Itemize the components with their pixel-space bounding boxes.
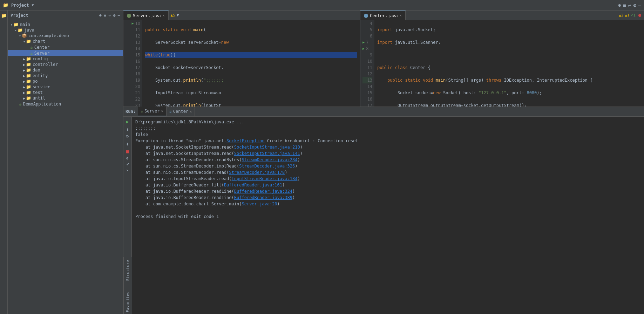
run-expand-btn[interactable]: ⤢ — [126, 162, 130, 167]
run-center-close[interactable]: × — [190, 110, 192, 114]
minimize-icon[interactable]: — — [638, 2, 641, 8]
run-reload-btn[interactable]: ⟳ — [125, 134, 130, 139]
arrow-main: ▾ — [11, 23, 13, 27]
center-tab-bar: Center.java × ▲2 ▲1 ✓1 — [360, 11, 644, 20]
run-close-btn[interactable]: ✕ — [126, 168, 129, 173]
at-link-4[interactable]: StreamDecoder.java:326 — [239, 164, 295, 169]
center-warning-count2: ▲1 — [625, 13, 630, 18]
project-panel: Project ⊕ ≡ ⇌ ⚙ — ▾ 📁 main ▾ 📁 ja — [8, 11, 123, 314]
tree-item-controller[interactable]: ▶ 📁 controller — [8, 62, 123, 67]
console-at-4: at sun.nio.cs.StreamDecoder.implRead(Str… — [135, 163, 640, 169]
tree-item-config[interactable]: ▶ 📁 config — [8, 56, 123, 62]
arrow-chart: ▾ — [23, 40, 25, 43]
arrow-test: ▶ — [23, 91, 25, 95]
folder-config-icon: 📁 — [26, 56, 31, 61]
project-icon: 📁 — [3, 2, 8, 8]
server-tab-close[interactable]: × — [162, 14, 164, 18]
tree-item-chart[interactable]: ▾ 📁 chart — [8, 39, 123, 44]
run-stop-btn[interactable]: ■ — [125, 148, 129, 155]
center-code-area[interactable]: 4 5 6 ▶7 ▶8 9 10 11 12 13 14 15 — [360, 20, 644, 107]
globe-icon[interactable]: ⊕ — [618, 2, 621, 8]
ph-icon5[interactable]: — — [118, 13, 120, 18]
run-play-btn[interactable]: ▶ — [125, 118, 129, 125]
package-icon: 📦 — [22, 33, 27, 38]
console-at-1: at java.net.SocketInputStream.read(Socke… — [135, 144, 640, 150]
exception-link[interactable]: SocketException — [226, 138, 264, 143]
console-at-8: at java.io.BufferedReader.readLine(Buffe… — [135, 188, 640, 194]
run-up-btn[interactable]: ↑ — [125, 126, 129, 133]
server-code-content[interactable]: public static void main( ServerSocket se… — [142, 20, 360, 107]
run-tab-center[interactable]: ☕ Center × — [167, 107, 195, 116]
at-link-6[interactable]: InputStreamReader.java:184 — [232, 176, 298, 181]
arrow-config: ▶ — [23, 57, 25, 61]
server-warning-icon: ▲5 — [171, 13, 175, 18]
folder-test-icon: 📁 — [26, 90, 31, 95]
structure-label[interactable]: Structure — [126, 259, 130, 282]
server-line-numbers: ▶10 11 12 13 14 15 16 17 18 19 20 21 — [128, 20, 142, 107]
at-link-10[interactable]: Server.java:20 — [242, 202, 277, 206]
run-server-icon: ☕ — [141, 109, 143, 114]
top-bar-icons: ⊕ ≡ ⇌ ⚙ — — [618, 2, 641, 8]
center-tab-icon — [364, 14, 368, 18]
console-line-false: false — [135, 131, 640, 138]
tree-item-service[interactable]: ▶ 📁 service — [8, 84, 123, 90]
bottom-content: ▶ ↑ ⟳ ↓ ■ ⚙ ⤢ ✕ D:\programfiles\jdk1.8Pa… — [123, 117, 644, 257]
arrow-dao: ▶ — [23, 68, 25, 72]
arrow-java: ▾ — [15, 28, 17, 32]
split-icon[interactable]: ⇌ — [628, 2, 631, 8]
at-link-3[interactable]: StreamDecoder.java:284 — [242, 157, 297, 162]
tree-item-package[interactable]: ▾ 📦 com.example.demo — [8, 33, 123, 39]
arrow-controller: ▶ — [23, 63, 25, 67]
tree-item-main[interactable]: ▾ 📁 main — [8, 22, 123, 27]
at-link-7[interactable]: BufferedReader.java:161 — [224, 183, 282, 187]
list-icon[interactable]: ≡ — [623, 2, 626, 8]
favorites-label[interactable]: Favorites — [126, 290, 130, 314]
center-red-dot — [638, 14, 641, 17]
run-server-close[interactable]: × — [161, 109, 163, 113]
ph-icon3[interactable]: ⇌ — [108, 13, 111, 18]
tree-item-dao[interactable]: ▶ 📁 dao — [8, 67, 123, 73]
ph-icon2[interactable]: ≡ — [104, 13, 106, 18]
folder-java-icon: 📁 — [18, 28, 23, 33]
editor-area: Server.java × ▲5 ▼ — [123, 11, 644, 314]
center-warning-count: ▲2 — [619, 13, 623, 18]
ph-icon4[interactable]: ⚙ — [113, 13, 116, 18]
tree-item-test[interactable]: ▶ 📁 test — [8, 90, 123, 95]
settings-icon[interactable]: ⚙ — [633, 2, 636, 8]
tree-item-entity[interactable]: ▶ 📁 entity — [8, 73, 123, 78]
arrow-service: ▶ — [23, 85, 25, 89]
tree-item-DemoApplication[interactable]: ☕ DemoApplication — [8, 101, 123, 107]
folder-service-icon: 📁 — [26, 84, 31, 89]
at-link-1[interactable]: SocketInputStream.java:210 — [234, 145, 300, 150]
tree-item-Server[interactable]: ☕ Server — [8, 50, 123, 56]
at-link-5[interactable]: StreamDecoder.java:178 — [229, 170, 285, 175]
ph-icon1[interactable]: ⊕ — [99, 13, 102, 18]
center-code-content[interactable]: import java.net.Socket; import java.util… — [374, 20, 644, 107]
left-icon-1[interactable]: 📁 — [0, 12, 7, 19]
java-Demo-icon: ☕ — [19, 101, 22, 107]
console-line-path: D:\programfiles\jdk1.8Path\bin\java.exe … — [135, 119, 640, 125]
server-tab-icon — [127, 14, 131, 18]
arrow-until: ▶ — [23, 96, 25, 100]
editor-pane-server: Server.java × ▲5 ▼ — [123, 11, 360, 107]
tab-center-java[interactable]: Center.java × — [360, 11, 406, 20]
tree-item-po[interactable]: ▶ 📁 po — [8, 78, 123, 84]
console-at-5: at sun.nio.cs.StreamDecoder.read(StreamD… — [135, 169, 640, 176]
tree-item-until[interactable]: ▶ 📁 until — [8, 95, 123, 101]
run-controls: ▶ ↑ ⟳ ↓ ■ ⚙ ⤢ ✕ — [123, 117, 132, 257]
at-link-2[interactable]: SocketInputStream.java:141 — [234, 151, 300, 156]
dropdown-arrow[interactable]: ▼ — [32, 3, 34, 7]
left-sidebar-icons: 📁 — [0, 11, 8, 314]
at-link-9[interactable]: BufferedReader.java:389 — [234, 195, 292, 200]
run-tab-server[interactable]: ☕ Server × — [138, 107, 167, 116]
tab-server-java[interactable]: Server.java × — [123, 11, 169, 20]
run-tool-btn[interactable]: ⚙ — [126, 156, 129, 161]
at-link-8[interactable]: BufferedReader.java:324 — [234, 189, 292, 194]
center-tab-close[interactable]: × — [400, 14, 402, 18]
run-down-btn[interactable]: ↓ — [125, 140, 129, 147]
project-panel-header: Project ⊕ ≡ ⇌ ⚙ — — [8, 11, 123, 20]
server-code-area[interactable]: ▶10 11 12 13 14 15 16 17 18 19 20 21 — [123, 20, 360, 107]
tree-item-java[interactable]: ▾ 📁 java — [8, 27, 123, 33]
main-area: 📁 Project ⊕ ≡ ⇌ ⚙ — ▾ 📁 main — [0, 11, 644, 314]
tree-item-Center[interactable]: ☕ Center — [8, 44, 123, 50]
